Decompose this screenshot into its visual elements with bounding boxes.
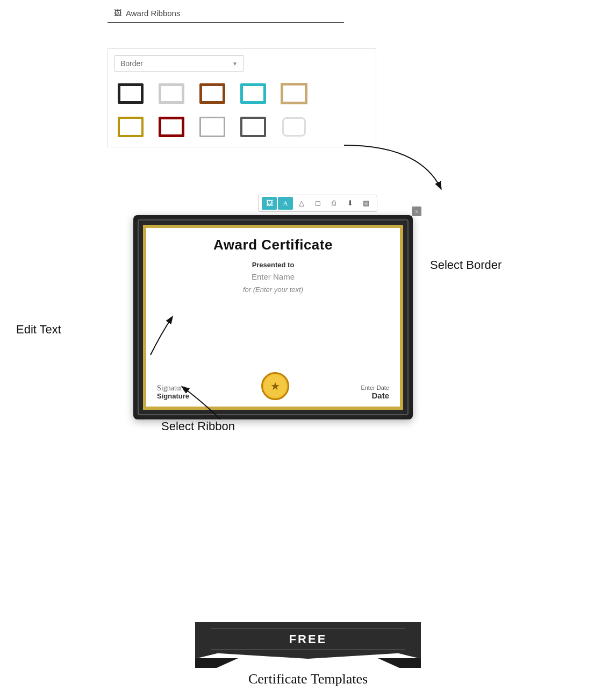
certificate-seal: ★ (261, 372, 289, 400)
certificate-for-field[interactable]: for (Enter your text) (243, 286, 303, 294)
ribbon-icon: 🖼 (114, 9, 121, 18)
toolbar-grid-btn[interactable]: ▦ (359, 197, 374, 210)
toolbar-shape-btn[interactable]: △ (294, 197, 309, 210)
select-border-annotation: Select Border (430, 258, 502, 272)
border-item-silver[interactable] (196, 113, 228, 140)
certificate-footer: Signature Signature ★ Enter Date Date (157, 372, 389, 400)
close-button[interactable]: × (412, 206, 421, 216)
ribbon-tails (195, 658, 421, 668)
border-section: Border ▼ (108, 48, 376, 147)
banner-subtitle[interactable]: Certificate Templates (248, 671, 368, 687)
certificate-title[interactable]: Award Certificate (213, 237, 333, 253)
border-row-1 (114, 80, 369, 107)
bottom-banner: FREE Certificate Templates (179, 622, 437, 687)
dropdown-label: Award Ribbons (126, 9, 338, 18)
certificate-presented: Presented to (252, 261, 295, 269)
editor-toolbar: 🖼 A △ ◻ ⎙ ⬇ ▦ (258, 195, 377, 212)
banner-free-label: FREE (289, 632, 327, 646)
date-label: Enter Date (361, 384, 389, 391)
ribbon-tail-right (378, 658, 421, 668)
chevron-down-icon: ▼ (232, 61, 238, 67)
signature-cursive: Signature (157, 384, 186, 392)
signature-label[interactable]: Signature (157, 392, 189, 400)
toolbar-download-btn[interactable]: ⬇ (342, 197, 357, 210)
certificate-name-field[interactable]: Enter Name (252, 272, 295, 281)
border-item-gold2[interactable] (114, 113, 147, 140)
toolbar-print-btn[interactable]: ⎙ (326, 197, 341, 210)
toolbar-text-btn[interactable]: A (278, 197, 293, 210)
banner-dark-shape: FREE (195, 622, 421, 659)
ribbon-tail-left (195, 658, 238, 668)
border-label: Border (120, 59, 143, 68)
certificate-inner: Award Certificate Presented to Enter Nam… (143, 225, 403, 410)
border-item-red[interactable] (155, 113, 188, 140)
date-value[interactable]: Date (371, 391, 389, 400)
banner-bottom-line (211, 650, 405, 650)
border-row-2 (114, 113, 369, 140)
edit-text-annotation: Edit Text (16, 323, 61, 337)
border-dropdown[interactable]: Border ▼ (114, 55, 243, 72)
certificate-outer-frame: × Award Certificate Presented to Enter N… (133, 215, 413, 419)
border-item-darkgray[interactable] (237, 113, 269, 140)
border-item-black[interactable] (114, 80, 147, 107)
select-ribbon-annotation: Select Ribbon (161, 419, 235, 433)
border-grid (114, 80, 369, 140)
toolbar-page-btn[interactable]: ◻ (310, 197, 325, 210)
border-item-gold-ornate[interactable] (278, 80, 310, 107)
toolbar-image-btn[interactable]: 🖼 (262, 197, 277, 210)
certificate-date: Enter Date Date (361, 384, 389, 400)
border-item-brown[interactable] (196, 80, 228, 107)
banner-top-line (211, 629, 405, 629)
award-ribbons-dropdown[interactable]: 🖼 Award Ribbons (108, 4, 344, 23)
border-item-lightgray[interactable] (155, 80, 188, 107)
certificate-container: × Award Certificate Presented to Enter N… (133, 215, 413, 419)
border-item-teal[interactable] (237, 80, 269, 107)
seal-star-icon: ★ (270, 380, 280, 393)
certificate-signature: Signature Signature (157, 384, 189, 400)
border-item-white-oval[interactable] (278, 113, 310, 140)
